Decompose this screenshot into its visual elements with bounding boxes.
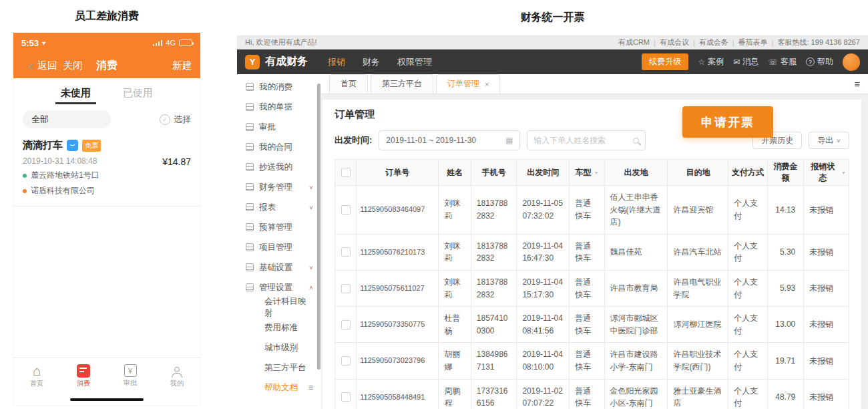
- link-youcheng-meeting[interactable]: 有成会议: [660, 37, 689, 47]
- link-youcheng-events[interactable]: 有成会务: [699, 37, 728, 47]
- select-all-checkbox[interactable]: [341, 168, 351, 177]
- finance-mgmt-icon: [246, 183, 254, 191]
- tab-third-party-platform[interactable]: 第三方平台: [371, 74, 433, 94]
- greeting-text: Hi, 欢迎使用有成产品!: [245, 37, 317, 47]
- sidebar-item-project-mgmt[interactable]: 项目管理: [237, 237, 321, 257]
- row-checkbox[interactable]: [341, 284, 351, 293]
- support-button[interactable]: ☏ 客服: [768, 56, 797, 67]
- table-row[interactable]: 1125905073350775 杜普杨 18574100300 2019-11…: [335, 307, 849, 343]
- row-checkbox[interactable]: [341, 392, 351, 402]
- cell-origin: 金色阳光家园小区-东南门: [604, 379, 668, 409]
- mobile-tab-bar: ⌂ 首页 消费 ¥ 审批 我的: [13, 358, 200, 394]
- sidebar-item-help-docs[interactable]: 帮助文档≡: [237, 378, 321, 398]
- main-content: 首页 第三方平台 订单管理× ≡ 订单管理 申请开票 出发时间: 2019-11…: [321, 74, 868, 409]
- scope-filter-pill[interactable]: 全部: [23, 110, 111, 128]
- tabbar-home[interactable]: ⌂ 首页: [13, 364, 60, 388]
- cell-amount: 13.00: [767, 307, 803, 343]
- link-youcheng-crm[interactable]: 有成CRM: [618, 37, 650, 47]
- new-button[interactable]: 新建: [172, 59, 192, 72]
- tabbar-profile[interactable]: 我的: [154, 364, 200, 388]
- sidebar-item-my-expense[interactable]: 我的消费: [237, 77, 321, 97]
- tabbar-expense[interactable]: 消费: [60, 364, 107, 388]
- cell-status: 未报销: [804, 379, 849, 409]
- upgrade-button[interactable]: 续费升级: [642, 53, 688, 70]
- cell-payment: 个人支付: [728, 379, 768, 409]
- user-avatar[interactable]: [843, 53, 860, 71]
- messages-button[interactable]: ✉ 消息: [733, 56, 758, 67]
- sidebar-item-expense-standard[interactable]: 费用标准: [237, 317, 321, 337]
- filter-icon[interactable]: ▼: [841, 170, 846, 175]
- filter-icon[interactable]: ▼: [594, 170, 598, 175]
- order-management-card: 订单管理 申请开票 出发时间: 2019-11-01 ~ 2019-11-30 …: [322, 100, 861, 409]
- sidebar-item-approval[interactable]: 审批: [237, 117, 321, 137]
- cell-payment: 个人支付: [728, 270, 768, 306]
- tab-order-management[interactable]: 订单管理×: [436, 74, 500, 94]
- app-navbar: Y 有成财务 报销 财务 权限管理 续费升级 ☆ 案例 ✉ 消息 ☏ 客服 ? …: [237, 49, 868, 74]
- cell-departure-time: 2019-11-04 08:41:56: [517, 307, 570, 343]
- usage-tabs: 未使用 已使用: [13, 78, 200, 106]
- brand-name: 有成财务: [265, 55, 308, 69]
- row-checkbox[interactable]: [341, 247, 351, 257]
- menu-permissions[interactable]: 权限管理: [397, 56, 432, 68]
- sidebar-item-admin-settings[interactable]: 管理设置∧: [237, 277, 321, 297]
- sidebar-item-reports[interactable]: 报表∨: [237, 197, 321, 217]
- row-checkbox[interactable]: [341, 356, 351, 366]
- sidebar-item-finance-mgmt[interactable]: 财务管理∨: [237, 177, 321, 197]
- cell-car-type: 普通快车: [570, 186, 604, 235]
- tab-used[interactable]: 已使用: [122, 81, 154, 104]
- sidebar-scrollbar[interactable]: [317, 84, 320, 370]
- back-button[interactable]: 返回: [37, 59, 57, 72]
- orders-table-body: 1125905083464097 刘咪莉 18137882832 2019-11…: [335, 186, 849, 409]
- link-tomato-form[interactable]: 番茄表单: [738, 37, 768, 47]
- close-button[interactable]: 关闭: [63, 59, 83, 72]
- cell-status: 未报销: [804, 270, 849, 306]
- tab-unused[interactable]: 未使用: [59, 81, 92, 104]
- table-row[interactable]: 1125905058448491 周鹏程 17373166156 2019-11…: [335, 379, 849, 409]
- sidebar-item-my-documents[interactable]: 我的单据: [237, 97, 321, 117]
- apply-invoice-button[interactable]: 申请开票: [682, 106, 773, 138]
- help-button[interactable]: ? 帮助: [806, 56, 833, 67]
- phone-frame: 5:53 ➤ 4G ‹ 返回 关闭 消费 新建 未使用 已使用 全部 ✓: [13, 33, 200, 406]
- row-checkbox[interactable]: [341, 205, 351, 215]
- export-button[interactable]: 导出∨: [809, 132, 849, 149]
- col-status: 报销状态▼: [804, 160, 849, 186]
- search-input[interactable]: [533, 136, 633, 145]
- sidebar-item-city-level[interactable]: 城市级别: [237, 337, 321, 358]
- row-checkbox[interactable]: [341, 320, 351, 329]
- tab-home[interactable]: 首页: [329, 74, 368, 94]
- col-destination: 目的地: [668, 160, 728, 186]
- tabbar-approval[interactable]: ¥ 审批: [107, 364, 154, 388]
- sidebar-item-my-contracts[interactable]: 我的合同: [237, 137, 321, 157]
- home-indicator[interactable]: [13, 394, 200, 406]
- sidebar-item-third-party-platform[interactable]: 第三方平台: [237, 358, 321, 378]
- table-row[interactable]: 1125905083464097 刘咪莉 18137882832 2019-11…: [335, 186, 849, 235]
- close-tab-icon[interactable]: ×: [485, 80, 489, 88]
- select-toggle[interactable]: ✓ 选择: [160, 114, 191, 126]
- battery-icon: [179, 39, 192, 46]
- tab-menu-icon[interactable]: ≡: [854, 78, 860, 90]
- status-bar: 5:53 ➤ 4G: [13, 33, 200, 53]
- cell-phone: 18137882832: [471, 234, 517, 270]
- date-range-input[interactable]: 2019-11-01 ~ 2019-11-30 ▦: [379, 130, 520, 150]
- table-row[interactable]: 1125905073023796 胡丽娜 13849867131 2019-11…: [335, 343, 849, 379]
- collapse-sidebar-icon[interactable]: ≡: [308, 383, 313, 392]
- search-icon[interactable]: [633, 138, 639, 144]
- menu-finance[interactable]: 财务: [363, 56, 380, 68]
- menu-reimburse[interactable]: 报销: [328, 56, 345, 68]
- orders-table: 订单号 姓名 手机号 出发时间 车型▼ 出发地 目的地 支付方式 消费金额 报销…: [335, 159, 849, 409]
- sidebar-item-budget-mgmt[interactable]: 预算管理: [237, 217, 321, 237]
- back-chevron-icon[interactable]: ‹: [28, 59, 34, 72]
- cell-destination: 许昌电气职业学院: [668, 270, 728, 306]
- cell-departure-time: 2019-11-02 07:07:22: [517, 379, 570, 409]
- free-ticket-badge: 免票: [82, 140, 101, 152]
- sidebar-item-account-mapping[interactable]: 会计科目映射: [237, 297, 321, 317]
- sidebar-item-cc-to-me[interactable]: 抄送我的: [237, 157, 321, 177]
- sidebar-item-basic-settings[interactable]: 基础设置∨: [237, 257, 321, 277]
- table-row[interactable]: 1125905075611027 刘咪莉 18137882832 2019-11…: [335, 270, 849, 306]
- cell-payment: 个人支付: [728, 307, 768, 343]
- cell-name: 周鹏程: [439, 379, 471, 409]
- table-row[interactable]: 1125905076210173 刘咪莉 18137882832 2019-11…: [335, 234, 849, 270]
- cell-car-type: 普通快车: [570, 379, 604, 409]
- expense-list-item[interactable]: 滴滴打车 ⌣ 免票 2019-10-31 14:08:48 ¥14.87 麓云路…: [13, 131, 200, 207]
- cases-button[interactable]: ☆ 案例: [698, 56, 724, 67]
